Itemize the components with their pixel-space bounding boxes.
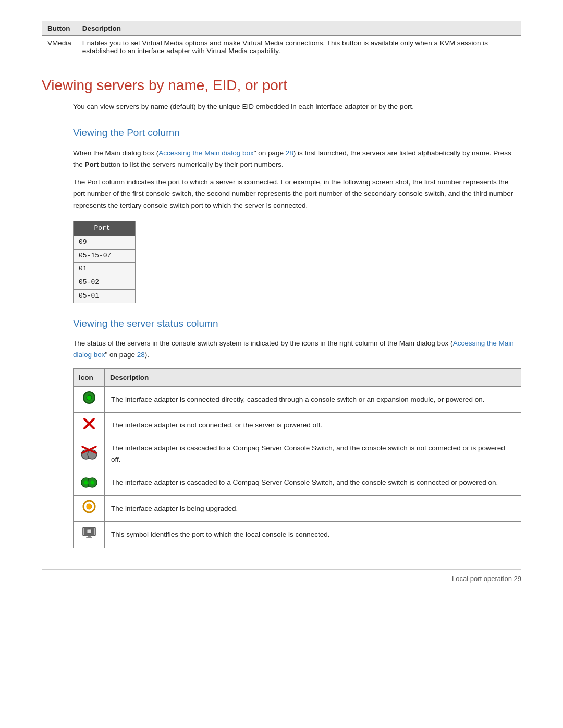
icon-cell-1 <box>74 387 105 413</box>
port-row-5: 05-01 <box>74 289 136 303</box>
port-col-header: Port <box>74 221 136 236</box>
icon-desc-col-header: Description <box>105 368 521 387</box>
svg-rect-18 <box>86 537 92 538</box>
intro-link-page[interactable]: 28 <box>137 351 145 359</box>
para1-bold: Port <box>85 161 99 168</box>
button-cell: VMedia <box>42 36 77 58</box>
red-x-icon <box>82 417 96 430</box>
port-table: Port 09 05-15-07 01 05-02 05-01 <box>73 221 136 303</box>
port-value-1: 09 <box>74 236 136 249</box>
port-row-1: 09 <box>74 236 136 249</box>
icon-cell-3 <box>74 438 105 470</box>
port-value-5: 05-01 <box>74 289 136 303</box>
icon-cell-4 <box>74 470 105 496</box>
subsection2-title: Viewing the server status column <box>73 316 521 331</box>
icon-desc-4: The interface adapter is cascaded to a C… <box>105 470 521 496</box>
local-console-icon <box>82 526 96 540</box>
col-description-header: Description <box>77 21 521 36</box>
icon-desc-6: This symbol identifies the port to which… <box>105 521 521 548</box>
icon-col-header: Icon <box>74 368 105 387</box>
button-description-table: Button Description VMedia Enables you to… <box>42 21 521 58</box>
port-row-2: 05-15-07 <box>74 249 136 263</box>
intro-end: ). <box>145 351 149 359</box>
icon-table-row-3: The interface adapter is cascaded to a C… <box>74 438 521 470</box>
para1-link[interactable]: Accessing the Main dialog box <box>158 149 253 157</box>
icon-table-row-6: This symbol identifies the port to which… <box>74 521 521 548</box>
description-cell: Enables you to set Virtual Media options… <box>77 36 521 58</box>
svg-rect-19 <box>87 529 91 533</box>
icon-description-table: Icon Description The interface adapter i… <box>73 368 521 549</box>
port-value-2: 05-15-07 <box>74 249 136 263</box>
icon-desc-3: The interface adapter is cascaded to a C… <box>105 438 521 470</box>
subsection1-para1: When the Main dialog box (Accessing the … <box>73 147 521 171</box>
para1-on-page: " on page <box>254 149 286 157</box>
upgrading-icon <box>82 500 96 513</box>
intro-before-link: The status of the servers in the console… <box>73 339 453 347</box>
icon-cell-2 <box>74 412 105 438</box>
para1-before-link: When the Main dialog box ( <box>73 149 158 157</box>
cascaded-on-icon <box>80 474 98 488</box>
port-row-3: 01 <box>74 263 136 276</box>
intro-on-page: " on page <box>105 351 137 359</box>
footer: Local port operation 29 <box>42 569 521 583</box>
icon-table-row-1: The interface adapter is connected direc… <box>74 387 521 413</box>
subsection2-intro: The status of the servers in the console… <box>73 338 521 361</box>
subsection1-title: Viewing the Port column <box>73 125 521 141</box>
icon-cell-6 <box>74 521 105 548</box>
cascaded-off-icon <box>80 445 98 460</box>
para1-link-page[interactable]: 28 <box>286 149 293 157</box>
svg-point-14 <box>87 504 92 509</box>
icon-cell-5 <box>74 496 105 522</box>
page-title: Viewing servers by name, EID, or port <box>42 77 521 94</box>
green-circle-icon <box>82 391 96 404</box>
icon-table-row-2: The interface adapter is not connected, … <box>74 412 521 438</box>
icon-table-row-4: The interface adapter is cascaded to a C… <box>74 470 521 496</box>
col-button-header: Button <box>42 21 77 36</box>
intro-section: You can view servers by name (default) b… <box>73 101 521 548</box>
svg-point-12 <box>90 480 94 484</box>
icon-desc-2: The interface adapter is not connected, … <box>105 412 521 438</box>
para1-end: button to list the servers numerically b… <box>99 161 284 168</box>
icon-table-row-5: The interface adapter is being upgraded. <box>74 496 521 522</box>
icon-desc-1: The interface adapter is connected direc… <box>105 387 521 413</box>
port-row-4: 05-02 <box>74 276 136 290</box>
table-row: VMedia Enables you to set Virtual Media … <box>42 36 521 58</box>
svg-point-1 <box>87 395 92 400</box>
port-value-4: 05-02 <box>74 276 136 290</box>
svg-point-11 <box>84 480 88 484</box>
intro-text: You can view servers by name (default) b… <box>73 101 521 113</box>
port-value-3: 01 <box>74 263 136 276</box>
icon-desc-5: The interface adapter is being upgraded. <box>105 496 521 522</box>
subsection1-para2: The Port column indicates the port to wh… <box>73 177 521 212</box>
svg-rect-17 <box>88 536 91 537</box>
